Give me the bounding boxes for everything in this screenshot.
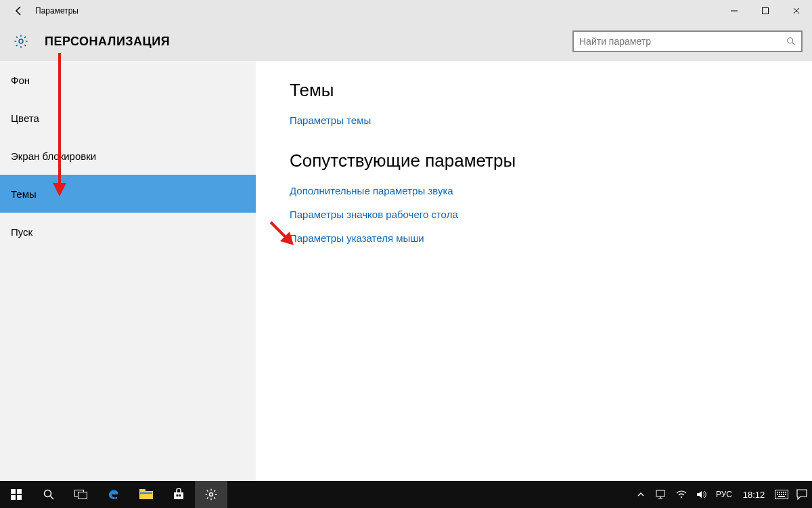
sidebar-item-label: Темы [11,188,37,200]
svg-rect-36 [656,490,664,496]
tray-language-icon[interactable]: РУС [712,481,736,508]
tray-wifi-icon[interactable] [671,481,692,508]
gear-icon [12,34,30,49]
back-button[interactable] [5,0,32,22]
svg-rect-23 [140,492,152,494]
svg-point-2 [19,39,23,43]
svg-rect-22 [139,489,145,492]
svg-rect-43 [781,492,782,493]
svg-rect-25 [177,494,179,496]
svg-rect-50 [785,494,786,495]
settings-taskbar-icon[interactable] [195,481,227,508]
sidebar-item-label: Цвета [11,112,39,124]
svg-line-7 [16,37,18,38]
svg-rect-1 [763,8,769,14]
svg-line-12 [792,43,795,45]
titlebar: Параметры [0,0,812,22]
svg-rect-44 [783,492,784,493]
svg-rect-15 [11,495,16,500]
window-title: Параметры [32,6,78,16]
svg-line-18 [51,496,54,500]
svg-rect-13 [11,489,16,494]
link-advanced-sound[interactable]: Дополнительные параметры звука [290,185,812,196]
svg-line-35 [207,497,208,499]
maximize-button[interactable] [750,0,781,22]
svg-line-8 [24,45,26,46]
svg-point-17 [45,490,51,497]
section-title-themes: Темы [290,80,812,101]
svg-point-11 [788,38,793,43]
header: ПЕРСОНАЛИЗАЦИЯ [0,22,812,61]
system-tray: РУС 18:12 [631,481,812,508]
svg-rect-41 [777,492,778,493]
sidebar-item-lockscreen[interactable]: Экран блокировки [0,137,256,175]
svg-rect-51 [778,496,785,497]
taskbar: РУС 18:12 [0,481,812,508]
svg-line-33 [214,497,215,499]
section-title-related: Сопутствующие параметры [290,150,812,171]
svg-line-32 [207,490,208,492]
search-input-wrap[interactable] [572,30,803,52]
taskview-icon[interactable] [65,481,97,508]
tray-volume-icon[interactable] [692,481,712,508]
store-icon[interactable] [162,481,195,508]
tray-chevron-up-icon[interactable] [631,481,651,508]
tray-network-icon[interactable] [651,481,671,508]
taskbar-search-icon[interactable] [32,481,65,508]
svg-point-27 [210,493,213,496]
sidebar-item-colors[interactable]: Цвета [0,99,256,137]
svg-rect-14 [17,489,22,494]
edge-icon[interactable] [97,481,130,508]
svg-line-9 [24,37,26,38]
minimize-button[interactable] [719,0,750,22]
svg-rect-24 [174,492,183,499]
svg-rect-20 [78,492,87,499]
search-input[interactable] [579,36,786,47]
link-theme-settings[interactable]: Параметры темы [290,114,812,126]
svg-rect-42 [779,492,780,493]
sidebar: Фон Цвета Экран блокировки Темы Пуск [0,61,256,481]
svg-rect-46 [777,494,778,495]
svg-point-39 [681,496,682,498]
sidebar-item-background[interactable]: Фон [0,61,256,99]
sidebar-item-start[interactable]: Пуск [0,213,256,251]
svg-rect-16 [17,495,22,500]
sidebar-item-themes[interactable]: Темы [0,175,256,213]
start-button[interactable] [0,481,32,508]
svg-line-10 [16,45,18,46]
svg-rect-47 [779,494,780,495]
search-icon [786,37,796,46]
action-center-icon[interactable] [792,481,812,508]
file-explorer-icon[interactable] [130,481,162,508]
svg-rect-26 [179,494,181,496]
link-desktop-icons[interactable]: Параметры значков рабочего стола [290,209,812,220]
sidebar-item-label: Экран блокировки [11,150,96,162]
svg-rect-48 [781,494,782,495]
page-title: ПЕРСОНАЛИЗАЦИЯ [45,35,170,49]
close-button[interactable] [781,0,812,22]
link-mouse-pointer[interactable]: Параметры указателя мыши [290,232,812,244]
tray-keyboard-icon[interactable] [771,481,792,508]
svg-rect-49 [783,494,784,495]
tray-clock[interactable]: 18:12 [736,481,771,508]
svg-rect-45 [785,492,786,493]
sidebar-item-label: Фон [11,75,30,86]
svg-line-34 [214,490,215,492]
main-content: Темы Параметры темы Сопутствующие параме… [256,61,812,481]
sidebar-item-label: Пуск [11,226,32,238]
